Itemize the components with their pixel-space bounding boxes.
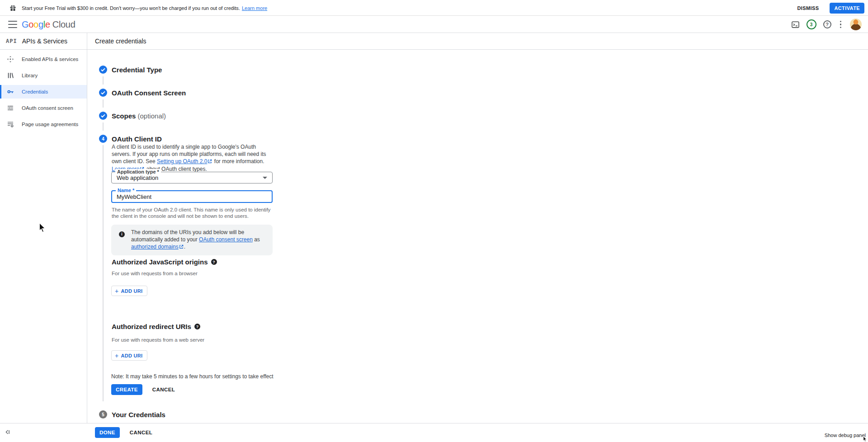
step-your-credentials: 5 Your Credentials [99,410,165,418]
tune-icon [6,104,14,112]
footer-cancel-button[interactable]: CANCEL [128,427,154,438]
sidebar-header: API APIs & Services [0,33,87,50]
gift-icon [9,4,17,14]
avatar[interactable] [850,19,862,30]
trial-message: Start your Free Trial with $300 in credi… [22,0,267,16]
google-cloud-logo: Google Cloud [22,19,75,30]
sidebar-item-label: Enabled APIs & services [22,56,78,62]
page-title: Create credentials [95,38,146,45]
app-bar: Google Cloud MyOAuthProjectForStoreBuild… [0,16,868,33]
key-icon [6,88,14,95]
create-actions: CREATE CANCEL [111,384,177,395]
js-origins-add-uri-button[interactable]: + ADD URI [111,286,147,296]
step-connector [103,99,104,108]
settings-note: Note: It may take 5 minutes to a few hou… [111,373,274,380]
step-connector [103,76,104,85]
enabled-apis-icon [6,56,14,63]
redirect-uris-heading: Authorized redirect URIs ? [112,323,200,330]
external-link-icon [208,159,212,165]
step-connector [103,145,104,401]
footer-bar: DONE CANCEL Show debug panel [0,423,868,442]
footer-actions: DONE CANCEL [95,427,154,438]
appbar-icons: 3 ? [791,16,862,33]
client-name-helper: The name of your OAuth 2.0 client. This … [112,207,271,220]
plus-icon: + [115,287,118,295]
free-trial-banner: Start your Free Trial with $300 in credi… [0,0,868,16]
step-oauth-client-id: 4 OAuth Client ID [99,135,162,143]
js-origins-heading: Authorized JavaScript origins ? [112,258,217,266]
sidebar-item-oauth-consent[interactable]: OAuth consent screen [0,101,87,115]
agreements-icon [6,121,14,128]
trial-message-text: Start your Free Trial with $300 in credi… [22,5,240,11]
chevron-down-icon [263,177,267,179]
google-cloud-console: Start your Free Trial with $300 in credi… [0,0,868,442]
sidebar-item-label: Credentials [22,89,48,94]
logo-google-wordmark: Google [22,19,50,30]
sidebar-item-library[interactable]: Library [0,69,87,82]
client-name-field: Name * [111,190,273,203]
application-type-label: Application type * [115,169,161,174]
create-button[interactable]: CREATE [111,384,142,395]
redirect-uris-subtext: For use with requests from a web server [112,337,204,343]
step-connector [103,122,104,131]
banner-actions: DISMISS ACTIVATE [793,0,864,16]
cancel-button[interactable]: CANCEL [151,384,177,395]
sidebar-title: APIs & Services [22,38,67,45]
notifications-badge[interactable]: 3 [807,19,816,29]
sidebar: API APIs & Services Enabled APIs & servi… [0,33,87,423]
domains-info-box: i The domains of the URIs you add below … [111,225,273,255]
step-scopes: Scopes (optional) [99,112,166,120]
done-button[interactable]: DONE [95,427,120,438]
application-type-value: Web application [117,174,158,181]
help-tooltip-icon[interactable]: ? [211,259,217,265]
step-check-icon [99,89,107,97]
activate-button[interactable]: ACTIVATE [830,3,864,14]
help-icon[interactable]: ? [823,20,831,28]
step-check-icon [99,112,107,120]
redirect-uris-add-uri-button[interactable]: + ADD URI [111,350,147,361]
setting-up-oauth-link[interactable]: Setting up OAuth 2.0 [157,158,207,165]
cloud-shell-icon[interactable] [791,20,800,29]
step-check-icon [99,66,107,74]
oauth-consent-screen-link[interactable]: OAuth consent screen [199,236,253,243]
application-type-select[interactable]: Application type * Web application [111,172,273,183]
library-icon [6,72,14,79]
domains-info-text: The domains of the URIs you add below wi… [131,229,260,250]
sidebar-item-label: Library [22,73,38,78]
client-name-label: Name * [116,188,136,193]
sidebar-item-credentials[interactable]: Credentials [0,85,87,99]
help-tooltip-icon[interactable]: ? [194,324,200,329]
sidebar-item-page-usage[interactable]: Page usage agreements [0,118,87,131]
more-options-icon[interactable] [838,21,844,28]
page-title-bar: Create credentials [87,33,868,50]
learn-more-link[interactable]: Learn more [242,5,267,11]
js-origins-subtext: For use with requests from a browser [112,271,198,276]
sidebar-item-label: Page usage agreements [22,122,78,127]
info-icon: i [119,231,125,237]
authorized-domains-link[interactable]: authorized domains [131,244,179,250]
dismiss-button[interactable]: DISMISS [793,4,822,13]
sidebar-item-enabled-apis[interactable]: Enabled APIs & services [0,52,87,66]
sidebar-item-label: OAuth consent screen [22,105,73,111]
collapse-panel-icon[interactable] [5,429,11,437]
notification-count: 3 [807,19,816,29]
plus-icon: + [115,352,118,359]
step-credential-type: Credential Type [99,66,162,74]
logo-cloud-text: Cloud [52,19,75,30]
api-logo-icon: API [6,38,17,44]
step-number-5: 5 [99,410,107,418]
step-oauth-consent: OAuth Consent Screen [99,89,186,97]
show-debug-panel-link[interactable]: Show debug panel [825,433,866,438]
menu-icon[interactable] [8,21,17,28]
step-number-4: 4 [99,135,107,143]
external-link-icon [179,244,184,250]
